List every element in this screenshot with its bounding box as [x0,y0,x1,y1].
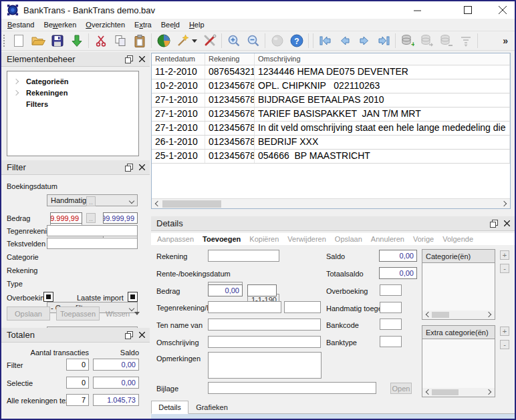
tree-item-label[interactable]: Filters [26,100,48,108]
tekstvelden-input[interactable] [47,238,138,249]
column-header-rentedatum[interactable]: Rentedatum [152,53,205,65]
scrollbar-thumb[interactable] [162,200,221,208]
zoom-in-button[interactable] [224,32,243,49]
close-panel-button[interactable] [504,220,510,226]
scroll-left-arrow[interactable] [422,388,432,396]
omschrijving-input[interactable] [208,336,321,348]
tree-item-label[interactable]: Categorieën [26,77,69,85]
categorie-list-body[interactable] [422,263,495,310]
help-button[interactable]: ? [287,32,306,49]
minimize-button[interactable] [406,1,428,19]
copy-button[interactable] [110,32,130,49]
tab-grafieken[interactable]: Grafieken [190,401,234,414]
tegenrekening-detail-input[interactable] [208,301,281,313]
categorie-scrollbar[interactable] [422,310,495,319]
scroll-left-arrow[interactable] [152,199,162,208]
remove-categorie-button[interactable]: - [500,264,509,273]
extra-categorie-list-body[interactable] [422,339,495,388]
column-header-omschrijving[interactable]: Omschrijving [255,53,510,65]
extra-categorie-scrollbar[interactable] [422,388,495,397]
column-header-rekening[interactable]: Rekening [205,53,255,65]
chevron-right-icon[interactable] [13,78,19,83]
table-horizontal-scrollbar[interactable] [152,198,510,208]
add-record-button[interactable]: + [398,32,417,49]
new-file-button[interactable] [9,32,28,49]
bedrag-detail-input[interactable]: 0,00 [208,284,243,296]
import-button[interactable] [67,32,86,49]
add-categorie-button[interactable]: + [500,250,509,260]
laatste-import-checkbox[interactable] [128,292,138,302]
open-file-button[interactable] [28,32,47,49]
bic-input[interactable] [284,301,321,313]
bijlage-input[interactable] [208,382,376,394]
action-kopieren[interactable]: Kopiëren [249,235,279,243]
table-row[interactable]: 27-1-2010012345678BIJDRAGE BETAALPAS 201… [152,93,510,108]
cut-button[interactable] [91,32,110,49]
table-row[interactable]: 27-1-2010012345678TARIEF BASISPAKKET JAN… [152,108,510,122]
menu-overzichten[interactable]: Overzichten [81,19,130,31]
wizard-button[interactable] [173,32,200,49]
menu-beeld[interactable]: Beeld [156,19,184,31]
menu-bestand[interactable]: Bestand [3,19,39,31]
action-opslaan[interactable]: Opslaan [335,235,362,243]
action-verwijderen[interactable]: Verwijderen [287,235,326,243]
scroll-right-arrow[interactable] [485,310,495,319]
categorie-list-header[interactable]: Categorie(ën) [422,250,495,263]
bedrag-range-button[interactable]: .. [86,213,96,223]
remove-record-button[interactable] [436,32,456,49]
table-row[interactable]: 26-1-2010012345678BEDRIJF XXX [152,136,510,150]
add-extra-categorie-button[interactable]: + [500,327,509,336]
remove-extra-categorie-button[interactable]: - [500,340,509,349]
overboeking-checkbox[interactable] [43,292,53,302]
rekening-input[interactable] [208,250,279,262]
opslaan-button[interactable]: Opslaan [7,306,50,321]
filter-records-button[interactable] [456,32,475,49]
float-panel-button[interactable] [125,164,133,172]
action-volgende[interactable]: Volgende [442,235,473,243]
close-panel-button[interactable] [139,56,145,62]
opmerkingen-textarea[interactable] [208,352,321,379]
bedrag-extra-input[interactable] [247,284,277,296]
tab-details[interactable]: Details [151,401,188,414]
action-vorige[interactable]: Vorige [413,235,434,243]
bankcode-field[interactable] [380,319,402,330]
action-toevoegen[interactable]: Toevoegen [203,235,241,243]
float-panel-button[interactable] [125,331,133,339]
scrollbar-thumb[interactable] [432,389,459,395]
maximize-button[interactable] [457,1,479,19]
menu-help[interactable]: Help [184,19,209,31]
tree-item-filters[interactable]: Filters [7,98,138,110]
float-panel-button[interactable] [125,55,133,63]
handmatig-toegekend-field[interactable] [380,302,402,313]
close-button[interactable] [491,1,514,19]
overboeking-detail-field[interactable] [380,284,402,296]
float-panel-button[interactable] [490,220,498,228]
open-bijlage-button[interactable]: Open [390,383,412,394]
extra-categorie-list-header[interactable]: Extra categorie(ën) [422,326,495,339]
close-panel-button[interactable] [139,164,145,170]
chevron-right-icon[interactable] [13,89,19,95]
toolbar-overflow-button[interactable]: » [500,35,511,46]
ten-name-van-input[interactable] [208,319,321,331]
bedrag-min-input[interactable]: -9.999.999,99 [50,212,82,224]
menu-bewerken[interactable]: Bewerken [39,19,81,31]
paste-button[interactable] [130,32,149,49]
tree-item-categorieen[interactable]: Categorieën [7,75,138,87]
scroll-right-arrow[interactable] [485,388,495,396]
update-record-button[interactable] [417,32,436,49]
scroll-right-arrow[interactable] [500,199,510,208]
close-panel-button[interactable] [139,332,145,338]
table-row[interactable]: 27-1-2010012345678In dit veld omschrijvi… [152,122,510,136]
date-range-button[interactable]: .. [86,196,96,206]
table-row[interactable]: 25-1-2010012345678054666 BP MAASTRICHT [152,150,510,164]
first-record-button[interactable] [315,32,335,49]
scroll-left-arrow[interactable] [422,310,432,319]
globe-button[interactable] [267,32,287,49]
chart-button[interactable] [154,32,173,49]
bedrag-max-input[interactable]: 9.999.999,99 [103,212,138,224]
action-aanpassen[interactable]: Aanpassen [157,235,194,243]
table-row[interactable]: 10-2-2010012345678OPL. CHIPKNIP 02211026… [152,79,510,93]
toepassen-button[interactable]: Toepassen [56,306,100,321]
next-record-button[interactable] [354,32,374,49]
tegenrekening-input[interactable] [47,225,138,236]
